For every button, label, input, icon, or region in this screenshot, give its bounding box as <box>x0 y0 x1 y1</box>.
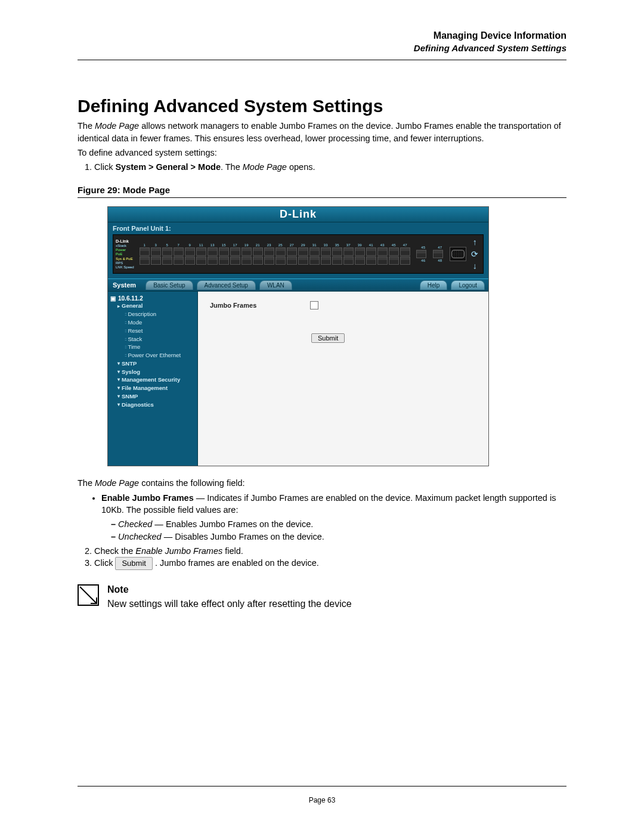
ports-grid: 1357911131517192123252729313335373941434… <box>140 243 410 265</box>
ethernet-port <box>253 247 263 256</box>
rack-status-labels: D-Link xStack Power PoE Sys & PoE RPS LN… <box>116 239 137 270</box>
ethernet-port <box>332 256 342 265</box>
header-rule <box>78 60 566 60</box>
header-section: Defining Advanced System Settings <box>78 42 566 54</box>
ethernet-port <box>377 247 388 256</box>
jumbo-frames-label: Jumbo Frames <box>210 302 256 309</box>
tree-description[interactable]: Description <box>110 310 195 318</box>
tab-wlan[interactable]: WLAN <box>259 280 292 290</box>
scroll-arrows[interactable]: ↑ ⟳ ↓ <box>469 237 481 271</box>
ethernet-port <box>242 256 252 265</box>
note-icon <box>78 584 99 606</box>
ethernet-port <box>253 256 263 265</box>
tab-bar: System Basic Setup Advanced Setup WLAN H… <box>108 278 488 292</box>
ethernet-port <box>377 256 388 265</box>
ethernet-port <box>264 247 274 256</box>
step-2: Check the Enable Jumbo Frames field. <box>94 545 566 557</box>
ethernet-port <box>242 247 252 256</box>
tree-time[interactable]: Time <box>110 343 195 351</box>
tab-basic-setup[interactable]: Basic Setup <box>145 280 193 290</box>
ethernet-port <box>151 247 161 256</box>
tree-reset[interactable]: Reset <box>110 327 195 335</box>
tab-logout[interactable]: Logout <box>451 280 485 290</box>
front-panel: Front Panel Unit 1: D-Link xStack Power … <box>108 222 488 278</box>
tree-sntp[interactable]: SNTP <box>110 360 195 368</box>
jumbo-frames-row: Jumbo Frames <box>210 301 476 309</box>
tree-stack[interactable]: Stack <box>110 335 195 343</box>
ethernet-port <box>321 256 331 265</box>
intro-paragraph: The Mode Page allows network managers to… <box>78 120 566 144</box>
tree-file-mgmt[interactable]: File Management <box>110 384 195 392</box>
refresh-icon[interactable]: ⟳ <box>471 249 478 259</box>
ethernet-port <box>332 247 342 256</box>
field-bullets: Enable Jumbo Frames — Indicates if Jumbo… <box>78 492 566 516</box>
tree-diagnostics[interactable]: Diagnostics <box>110 401 195 409</box>
note-body: New settings will take effect only after… <box>107 599 352 609</box>
page-number: Page 63 <box>0 796 644 804</box>
ethernet-port <box>309 256 320 265</box>
ethernet-port <box>389 256 399 265</box>
tree-general[interactable]: General <box>110 302 195 310</box>
ethernet-port <box>196 256 206 265</box>
tree-mgmt-security[interactable]: Management Security <box>110 376 195 384</box>
footer-rule <box>78 786 566 786</box>
ethernet-port <box>287 247 297 256</box>
ethernet-port <box>275 256 286 265</box>
steps-list-2: Check the Enable Jumbo Frames field. Cli… <box>78 545 566 570</box>
tab-system[interactable]: System <box>112 280 142 290</box>
ethernet-port <box>355 247 365 256</box>
ethernet-port <box>321 247 331 256</box>
step-3: Click Submit . Jumbo frames are enabled … <box>94 557 566 570</box>
ethernet-port <box>230 256 240 265</box>
note-block: Note New settings will take effect only … <box>78 584 566 609</box>
note-title: Note <box>107 584 352 595</box>
tab-help[interactable]: Help <box>420 280 448 290</box>
ethernet-port <box>264 256 274 265</box>
ethernet-port <box>298 256 308 265</box>
ethernet-port <box>174 256 184 265</box>
ethernet-port <box>208 256 218 265</box>
ethernet-port <box>208 247 218 256</box>
tree-syslog[interactable]: Syslog <box>110 368 195 376</box>
tree-poe[interactable]: Power Over Ethernet <box>110 351 195 360</box>
ethernet-port <box>162 256 172 265</box>
mode-page-screenshot: D-Link Front Panel Unit 1: D-Link xStack… <box>107 206 489 466</box>
tree-mode[interactable]: Mode <box>110 318 195 327</box>
ethernet-port <box>151 256 161 265</box>
ethernet-port <box>219 256 229 265</box>
running-header: Managing Device Information Defining Adv… <box>78 30 566 54</box>
ethernet-port <box>366 247 376 256</box>
ethernet-port <box>355 256 365 265</box>
figure-caption: Figure 29: Mode Page <box>78 185 566 195</box>
device-rack: D-Link xStack Power PoE Sys & PoE RPS LN… <box>113 234 484 274</box>
host-icon: ▣ <box>110 295 116 302</box>
tree-root[interactable]: ▣ 10.6.11.2 <box>110 295 195 302</box>
arrow-down-icon[interactable]: ↓ <box>473 261 477 271</box>
ethernet-port <box>185 256 195 265</box>
tab-advanced-setup[interactable]: Advanced Setup <box>197 280 256 290</box>
steps-list-1: Click System > General > Mode. The Mode … <box>78 161 566 173</box>
header-chapter: Managing Device Information <box>78 30 566 42</box>
submit-button[interactable]: Submit <box>311 333 345 343</box>
content-body: ▣ 10.6.11.2 General Description Mode Res… <box>108 292 488 466</box>
ethernet-port <box>196 247 206 256</box>
svg-line-1 <box>80 587 97 603</box>
note-text: Note New settings will take effect only … <box>107 584 352 609</box>
ethernet-port <box>298 247 308 256</box>
ethernet-port <box>230 247 240 256</box>
ethernet-port <box>219 247 229 256</box>
document-page: Managing Device Information Defining Adv… <box>0 0 644 833</box>
tree-snmp[interactable]: SNMP <box>110 392 195 401</box>
ethernet-port <box>185 247 195 256</box>
section-title: Defining Advanced System Settings <box>78 96 566 116</box>
ethernet-port <box>400 247 410 256</box>
submit-button-inline: Submit <box>115 557 152 570</box>
console-port <box>450 247 467 261</box>
ethernet-port <box>140 247 150 256</box>
ethernet-port <box>174 247 184 256</box>
after-figure-text: The Mode Page contains the following fie… <box>78 477 566 489</box>
front-panel-label: Front Panel Unit 1: <box>113 225 484 232</box>
ethernet-port <box>162 247 172 256</box>
jumbo-frames-checkbox[interactable] <box>310 301 318 309</box>
arrow-up-icon[interactable]: ↑ <box>473 237 477 247</box>
